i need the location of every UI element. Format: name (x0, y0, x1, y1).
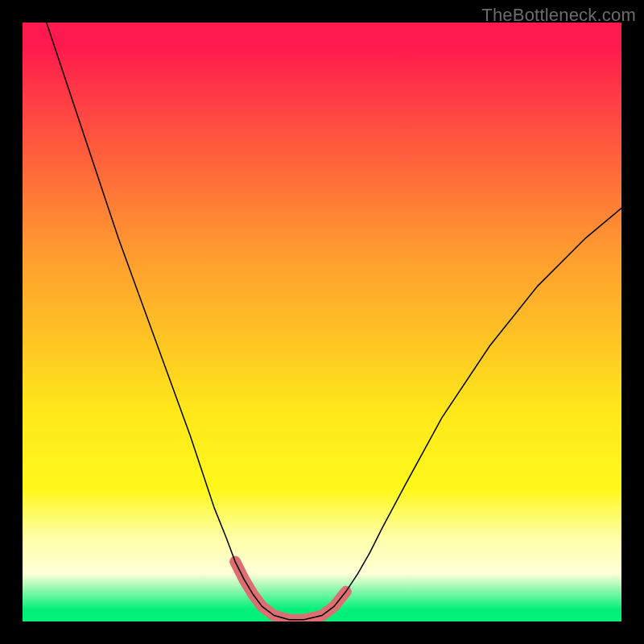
watermark-text: TheBottleneck.com (481, 5, 636, 26)
main-curve-line (47, 23, 621, 620)
chart-svg (23, 23, 621, 621)
bottom-highlight-line (235, 562, 346, 620)
plot-area (23, 23, 621, 621)
chart-frame: TheBottleneck.com (0, 0, 644, 644)
